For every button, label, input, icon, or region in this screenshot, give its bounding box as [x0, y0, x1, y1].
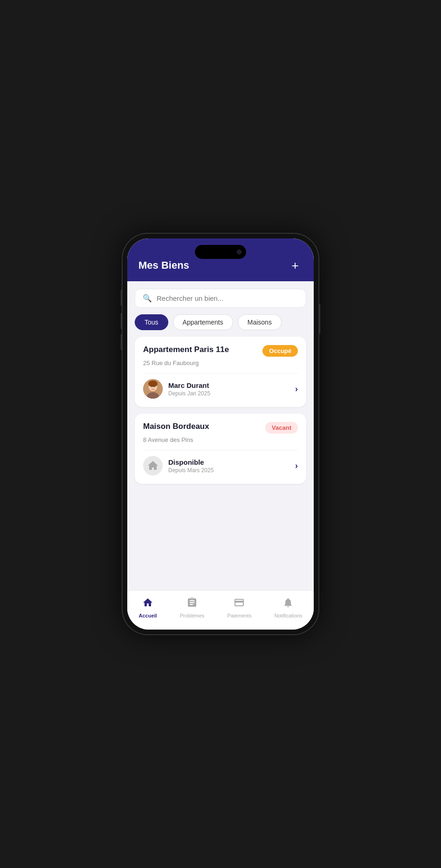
search-input[interactable]: [157, 294, 298, 302]
tenant-avatar-image-1: [143, 379, 163, 399]
main-content: 🔍 Tous Appartements Maisons Appartement …: [127, 281, 314, 590]
tenant-since-2: Depuis Mars 2025: [168, 467, 214, 474]
chevron-icon-2: ›: [295, 461, 298, 471]
vacant-avatar-2: [143, 456, 163, 475]
tenant-name-2: Disponible: [168, 458, 214, 466]
search-bar[interactable]: 🔍: [135, 289, 306, 308]
chevron-icon-1: ›: [295, 384, 298, 394]
tenant-details-2: Disponible Depuis Mars 2025: [168, 458, 214, 474]
tenant-info-2: Disponible Depuis Mars 2025: [143, 456, 214, 475]
property-card-header-1: Appartement Paris 11e Occupé: [143, 345, 298, 357]
tenant-info-1: Marc Durant Depuis Jan 2025: [143, 379, 210, 399]
page-title: Mes Biens: [138, 259, 189, 271]
property-address-2: 8 Avenue des Pins: [143, 436, 298, 443]
camera-indicator: [237, 250, 241, 254]
property-card-1[interactable]: Appartement Paris 11e Occupé 25 Rue du F…: [135, 337, 306, 407]
svg-point-5: [151, 386, 152, 387]
credit-card-icon: [234, 597, 245, 611]
phone-frame: Mes Biens + 🔍 Tous Appartements Maisons …: [123, 234, 318, 634]
property-name-1: Appartement Paris 11e: [143, 345, 259, 354]
bottom-navigation: Accueil Problèmes Paiements: [127, 590, 314, 630]
tenant-since-1: Depuis Jan 2025: [168, 390, 210, 397]
property-address-1: 25 Rue du Faubourg: [143, 359, 298, 366]
status-badge-1: Occupé: [262, 345, 298, 357]
home-icon: [142, 597, 153, 611]
filter-tab-maisons[interactable]: Maisons: [238, 314, 282, 330]
clipboard-icon: [186, 597, 198, 611]
svg-point-7: [152, 463, 154, 466]
filter-tab-tous[interactable]: Tous: [135, 314, 168, 330]
nav-item-notifications[interactable]: Notifications: [269, 595, 308, 620]
tenant-row-2[interactable]: Disponible Depuis Mars 2025 ›: [143, 450, 298, 475]
property-card-2[interactable]: Maison Bordeaux Vacant 8 Avenue des Pins: [135, 414, 306, 484]
svg-point-6: [154, 386, 155, 387]
property-name-2: Maison Bordeaux: [143, 422, 262, 431]
nav-label-notifications: Notifications: [275, 613, 303, 618]
nav-item-paiements[interactable]: Paiements: [221, 595, 257, 620]
nav-label-problemes: Problèmes: [180, 613, 205, 618]
filter-tab-appartements[interactable]: Appartements: [173, 314, 233, 330]
nav-item-problemes[interactable]: Problèmes: [174, 595, 210, 620]
nav-label-accueil: Accueil: [139, 613, 157, 618]
svg-point-4: [148, 380, 158, 387]
dynamic-island: [195, 245, 246, 259]
phone-screen: Mes Biens + 🔍 Tous Appartements Maisons …: [127, 238, 314, 630]
add-property-button[interactable]: +: [288, 258, 303, 273]
nav-label-paiements: Paiements: [227, 613, 251, 618]
tenant-details-1: Marc Durant Depuis Jan 2025: [168, 381, 210, 397]
property-card-header-2: Maison Bordeaux Vacant: [143, 422, 298, 434]
bell-icon: [283, 597, 294, 611]
search-icon: 🔍: [143, 294, 152, 303]
nav-item-accueil[interactable]: Accueil: [133, 595, 163, 620]
filter-tabs: Tous Appartements Maisons: [135, 314, 306, 330]
app-header: Mes Biens +: [127, 238, 314, 281]
status-badge-2: Vacant: [265, 422, 298, 434]
tenant-row-1[interactable]: Marc Durant Depuis Jan 2025 ›: [143, 373, 298, 399]
tenant-name-1: Marc Durant: [168, 381, 210, 389]
tenant-avatar-1: [143, 379, 163, 399]
